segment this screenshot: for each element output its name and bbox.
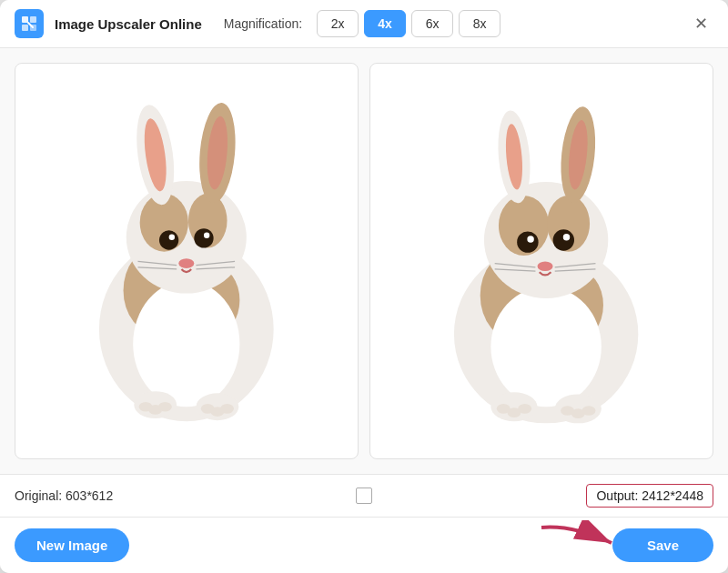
- svg-rect-0: [22, 16, 28, 23]
- mag-2x-button[interactable]: 2x: [317, 10, 359, 37]
- mag-8x-button[interactable]: 8x: [459, 10, 500, 37]
- new-image-button[interactable]: New Image: [15, 528, 129, 562]
- svg-point-19: [178, 258, 194, 268]
- arrow-container: [537, 520, 619, 558]
- title-bar: Image Upscaler Online Magnification: 2x …: [0, 0, 728, 48]
- original-image-panel: [15, 63, 359, 459]
- output-dimensions: Output: 2412*2448: [586, 484, 713, 508]
- svg-point-18: [204, 232, 209, 237]
- svg-point-47: [538, 261, 553, 271]
- svg-rect-2: [22, 25, 28, 31]
- svg-point-46: [563, 234, 570, 240]
- output-rabbit-image: [396, 94, 687, 429]
- app-icon: [15, 9, 44, 38]
- svg-point-17: [169, 234, 175, 239]
- save-arrow-icon: [537, 520, 619, 558]
- svg-point-28: [158, 401, 172, 411]
- svg-point-31: [220, 404, 234, 414]
- close-button[interactable]: ✕: [688, 11, 713, 36]
- svg-point-7: [133, 280, 239, 406]
- original-dimensions: Original: 603*612: [15, 488, 113, 503]
- bottom-bar: Original: 603*612 Output: 2412*2448: [0, 474, 728, 517]
- output-image-panel: [369, 63, 713, 459]
- action-bar: New Image Save: [0, 517, 728, 573]
- svg-point-59: [582, 406, 596, 416]
- svg-point-43: [517, 231, 538, 252]
- svg-point-44: [553, 229, 574, 250]
- mag-6x-button[interactable]: 6x: [411, 10, 453, 37]
- app-window: Image Upscaler Online Magnification: 2x …: [0, 0, 728, 573]
- svg-point-45: [528, 236, 534, 242]
- magnification-buttons: 2x 4x 6x 8x: [317, 10, 500, 37]
- original-rabbit-image: [41, 94, 332, 429]
- mag-4x-button[interactable]: 4x: [364, 10, 406, 37]
- svg-point-35: [491, 286, 602, 407]
- compare-icon[interactable]: [356, 488, 372, 504]
- magnification-label: Magnification:: [224, 16, 302, 31]
- svg-point-56: [518, 404, 531, 414]
- save-button[interactable]: Save: [612, 528, 713, 562]
- svg-point-15: [159, 230, 178, 249]
- app-title: Image Upscaler Online: [55, 16, 202, 32]
- svg-point-16: [195, 228, 214, 247]
- main-content: [0, 48, 728, 474]
- svg-rect-1: [30, 16, 36, 23]
